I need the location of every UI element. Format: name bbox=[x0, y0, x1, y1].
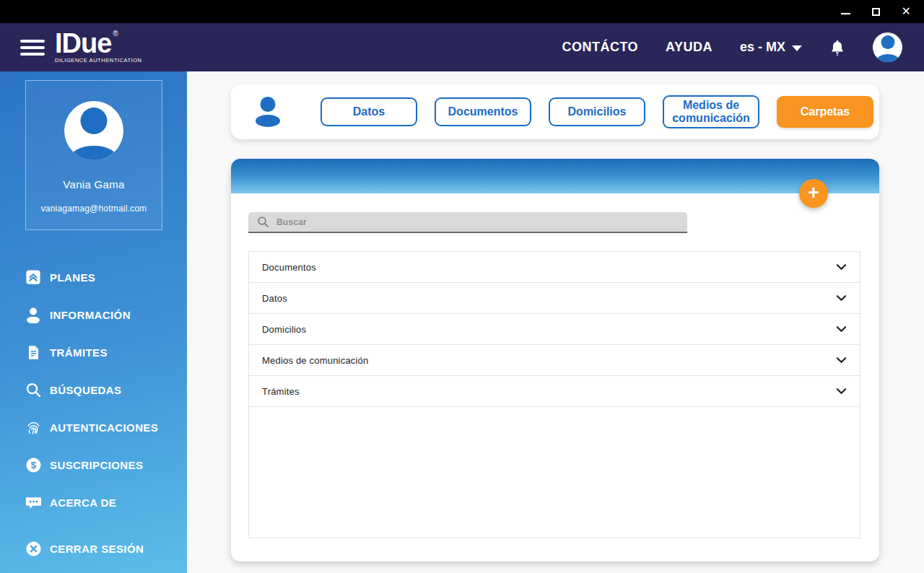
accordion-row-documentos[interactable]: Documentos bbox=[249, 252, 860, 283]
accordion-label: Trámites bbox=[262, 386, 300, 397]
accordion-row-tramites[interactable]: Trámites bbox=[249, 376, 860, 407]
app-header: IDue ® DILIGENCE AUTHENTICATION CONTÁCTO… bbox=[0, 23, 924, 71]
person-icon bbox=[251, 95, 284, 128]
main-content: Datos Documentos Domicilios Medios de co… bbox=[187, 71, 924, 573]
sidebar-item-label: AUTENTICACIONES bbox=[50, 421, 158, 434]
folders-panel: + Documentos Datos Domicilios Medios bbox=[231, 159, 879, 561]
chevron-down-icon[interactable] bbox=[836, 357, 847, 364]
section-tabs-card: Datos Documentos Domicilios Medios de co… bbox=[231, 84, 879, 139]
tab-carpetas[interactable]: Carpetas bbox=[777, 96, 873, 128]
person-icon-shoulders bbox=[256, 115, 280, 127]
chevron-down-icon bbox=[792, 45, 802, 51]
add-button[interactable]: + bbox=[799, 179, 828, 208]
avatar-shoulders bbox=[70, 146, 118, 160]
profile-avatar[interactable] bbox=[873, 32, 902, 62]
logout-icon bbox=[25, 540, 42, 557]
tab-medios-de-comunicacion[interactable]: Medios de comunicación bbox=[663, 95, 759, 129]
search-box bbox=[248, 212, 687, 233]
person-icon bbox=[25, 306, 42, 323]
avatar-head bbox=[881, 35, 894, 49]
sidebar: Vania Gama vaniagamag@hotmail.com PLANES… bbox=[0, 71, 187, 573]
person-icon-head bbox=[261, 97, 276, 112]
sidebar-item-label: CERRAR SESIÓN bbox=[50, 543, 144, 555]
sidebar-menu: PLANES INFORMACIÓN TRÁMITES bbox=[0, 258, 187, 521]
language-selector[interactable]: es - MX bbox=[740, 40, 802, 55]
avatar-shoulders bbox=[876, 54, 899, 62]
tab-documentos[interactable]: Documentos bbox=[435, 97, 531, 126]
accordion-list: Documentos Datos Domicilios Medios de co… bbox=[248, 251, 860, 538]
accordion-row-domicilios[interactable]: Domicilios bbox=[249, 314, 860, 345]
hamburger-menu-icon[interactable] bbox=[20, 40, 45, 56]
chevron-down-icon[interactable] bbox=[836, 263, 847, 271]
notifications-bell-icon[interactable] bbox=[829, 39, 845, 56]
plans-icon bbox=[25, 268, 42, 286]
sidebar-item-busquedas[interactable]: BÚSQUEDAS bbox=[0, 371, 187, 408]
accordion-label: Domicilios bbox=[262, 324, 306, 335]
accordion-label: Documentos bbox=[262, 262, 316, 273]
registered-mark: ® bbox=[113, 30, 118, 38]
accordion-row-medios-de-comunicacion[interactable]: Medios de comunicación bbox=[249, 345, 860, 376]
sidebar-item-planes[interactable]: PLANES bbox=[0, 258, 187, 296]
sidebar-item-cerrar-sesion[interactable]: CERRAR SESIÓN bbox=[0, 530, 187, 567]
window-titlebar: ✕ bbox=[0, 0, 924, 23]
accordion-row-datos[interactable]: Datos bbox=[249, 283, 860, 314]
logo-tagline: DILIGENCE AUTHENTICATION bbox=[55, 57, 142, 64]
logo-wordmark: IDue bbox=[55, 31, 111, 56]
search-icon bbox=[257, 216, 269, 228]
sidebar-item-label: TRÁMITES bbox=[50, 346, 108, 359]
sidebar-item-label: ACERCA DE bbox=[50, 497, 116, 509]
panel-header bbox=[231, 159, 879, 193]
accordion-label: Datos bbox=[262, 293, 287, 304]
sidebar-item-acerca-de[interactable]: ACERCA DE bbox=[0, 484, 187, 521]
nav-contacto[interactable]: CONTÁCTO bbox=[562, 40, 638, 55]
chat-icon bbox=[25, 494, 42, 511]
sidebar-item-tramites[interactable]: TRÁMITES bbox=[0, 333, 187, 371]
avatar-head bbox=[81, 108, 108, 134]
chevron-down-icon[interactable] bbox=[836, 388, 847, 395]
minimize-icon[interactable] bbox=[841, 13, 850, 14]
accordion-label: Medios de comunicación bbox=[262, 355, 368, 366]
sidebar-item-label: SUSCRIPCIONES bbox=[50, 459, 143, 471]
sidebar-item-autenticaciones[interactable]: AUTENTICACIONES bbox=[0, 408, 187, 446]
search-input[interactable] bbox=[276, 212, 687, 232]
user-avatar bbox=[64, 101, 123, 160]
nav-ayuda[interactable]: AYUDA bbox=[666, 40, 712, 55]
sidebar-item-label: PLANES bbox=[50, 271, 95, 284]
tab-domicilios[interactable]: Domicilios bbox=[549, 97, 645, 126]
user-name: Vania Gama bbox=[26, 178, 162, 191]
user-card: Vania Gama vaniagamag@hotmail.com bbox=[25, 80, 162, 230]
search-icon bbox=[25, 381, 42, 398]
sidebar-item-label: INFORMACIÓN bbox=[50, 309, 131, 321]
tab-buttons: Datos Documentos Domicilios Medios de co… bbox=[321, 95, 873, 129]
dollar-icon: $ bbox=[25, 456, 42, 473]
user-email: vaniagamag@hotmail.com bbox=[26, 204, 162, 214]
app-logo: IDue ® DILIGENCE AUTHENTICATION bbox=[55, 31, 142, 64]
sidebar-item-suscripciones[interactable]: $ SUSCRIPCIONES bbox=[0, 446, 187, 484]
chevron-down-icon[interactable] bbox=[836, 294, 847, 302]
tab-datos[interactable]: Datos bbox=[321, 97, 417, 126]
fingerprint-icon bbox=[25, 419, 42, 436]
close-icon[interactable]: ✕ bbox=[902, 6, 911, 17]
sidebar-item-label: BÚSQUEDAS bbox=[50, 384, 121, 396]
svg-text:$: $ bbox=[30, 460, 36, 471]
chevron-down-icon[interactable] bbox=[836, 325, 847, 333]
sidebar-item-informacion[interactable]: INFORMACIÓN bbox=[0, 296, 187, 333]
document-icon bbox=[25, 344, 42, 361]
maximize-icon[interactable] bbox=[872, 8, 880, 16]
language-value: es - MX bbox=[740, 40, 785, 55]
